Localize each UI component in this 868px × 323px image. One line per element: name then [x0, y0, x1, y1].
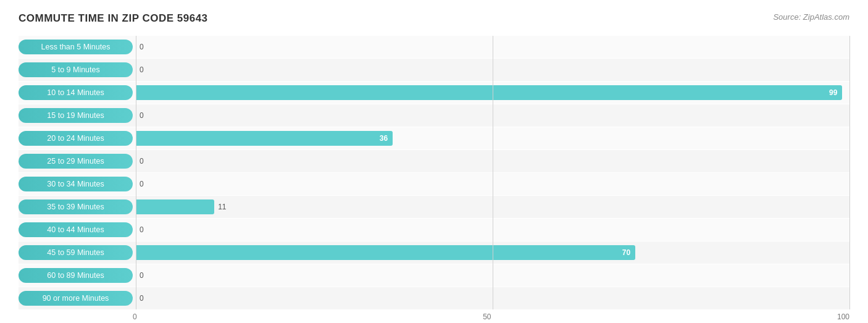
x-axis-label: 50: [483, 313, 491, 321]
bar-row: 30 to 34 Minutes0: [19, 173, 849, 195]
bar-value: 70: [622, 248, 630, 257]
bar-label: Less than 5 Minutes: [19, 40, 133, 54]
bar-row: 15 to 19 Minutes0: [19, 104, 849, 127]
bar-container: 0: [133, 150, 849, 172]
bar-container: 99: [133, 82, 849, 104]
bar-value: 0: [140, 180, 144, 188]
bar-fill: [136, 199, 214, 214]
bar-value: 0: [140, 43, 144, 51]
bar-label: 5 to 9 Minutes: [19, 62, 133, 77]
bar-row: 10 to 14 Minutes99: [19, 82, 849, 104]
x-axis-label: 0: [133, 313, 137, 321]
bar-label: 25 to 29 Minutes: [19, 154, 133, 169]
bar-value: 0: [140, 225, 144, 234]
bar-row: 90 or more Minutes0: [19, 287, 849, 309]
bar-container: 36: [133, 127, 849, 149]
bar-fill: 36: [136, 131, 393, 146]
bar-label: 35 to 39 Minutes: [19, 199, 133, 214]
bar-container: 0: [133, 36, 849, 58]
bar-value: 11: [218, 203, 226, 211]
bar-value: 0: [140, 111, 144, 120]
bar-row: 25 to 29 Minutes0: [19, 150, 849, 172]
x-axis-labels: 050100: [133, 313, 849, 321]
bar-label: 20 to 24 Minutes: [19, 131, 133, 146]
bar-value: 0: [140, 271, 144, 280]
x-axis-label: 100: [837, 313, 849, 321]
bar-container: 0: [133, 104, 849, 127]
bar-label: 10 to 14 Minutes: [19, 85, 133, 100]
x-axis: 050100: [19, 313, 849, 321]
bar-container: 70: [133, 241, 849, 264]
bar-row: 40 to 44 Minutes0: [19, 219, 849, 241]
bar-label: 15 to 19 Minutes: [19, 108, 133, 123]
bar-container: 0: [133, 59, 849, 81]
bar-container: 0: [133, 287, 849, 309]
bar-container: 11: [133, 196, 849, 218]
bar-row: 20 to 24 Minutes36: [19, 127, 849, 149]
bar-row: 60 to 89 Minutes0: [19, 264, 849, 287]
bar-row: 45 to 59 Minutes70: [19, 241, 849, 264]
bar-container: 0: [133, 173, 849, 195]
bar-label: 60 to 89 Minutes: [19, 268, 133, 283]
bar-value: 99: [829, 88, 837, 97]
chart-wrapper: Less than 5 Minutes05 to 9 Minutes010 to…: [19, 36, 849, 321]
bar-fill: 99: [136, 85, 842, 100]
bar-label: 40 to 44 Minutes: [19, 222, 133, 237]
bar-value: 36: [380, 134, 388, 143]
grid-line: [136, 36, 136, 309]
bar-value: 0: [140, 294, 144, 303]
bar-row: Less than 5 Minutes0: [19, 36, 849, 58]
bar-value: 0: [140, 157, 144, 166]
chart-area: Less than 5 Minutes05 to 9 Minutes010 to…: [19, 36, 849, 309]
bar-row: 5 to 9 Minutes0: [19, 59, 849, 81]
bar-label: 45 to 59 Minutes: [19, 245, 133, 260]
chart-title: COMMUTE TIME IN ZIP CODE 59643: [19, 12, 208, 25]
bar-container: 0: [133, 264, 849, 287]
bar-value: 0: [140, 65, 144, 74]
grid-line: [849, 36, 850, 309]
bar-label: 90 or more Minutes: [19, 291, 133, 306]
bar-container: 0: [133, 219, 849, 241]
bar-label: 30 to 34 Minutes: [19, 177, 133, 191]
bar-row: 35 to 39 Minutes11: [19, 196, 849, 218]
grid-line: [493, 36, 493, 309]
bar-fill: 70: [136, 245, 635, 260]
source-label: Source: ZipAtlas.com: [773, 12, 849, 22]
